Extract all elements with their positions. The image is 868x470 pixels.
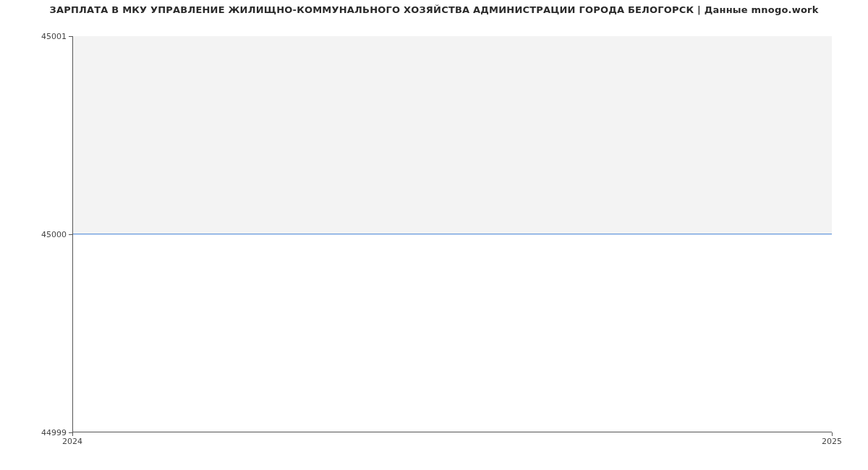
y-tick-mark <box>69 36 72 37</box>
x-tick-label: 2024 <box>62 437 82 446</box>
y-tick-mark <box>69 234 72 235</box>
y-tick-label: 45001 <box>41 32 67 41</box>
chart-container: ЗАРПЛАТА В МКУ УПРАВЛЕНИЕ ЖИЛИЩНО-КОММУН… <box>0 0 868 470</box>
plot-area: 45001 45000 44999 2024 2025 <box>72 36 832 432</box>
x-axis-spine <box>72 432 832 432</box>
series-line-salary <box>72 234 832 234</box>
y-tick-label: 44999 <box>41 428 67 437</box>
chart-title: ЗАРПЛАТА В МКУ УПРАВЛЕНИЕ ЖИЛИЩНО-КОММУН… <box>0 4 868 15</box>
x-tick-label: 2025 <box>822 437 842 446</box>
y-tick-label: 45000 <box>41 230 67 239</box>
y-axis-spine <box>72 36 73 432</box>
x-tick-mark <box>832 432 833 436</box>
plot-background-band <box>72 36 832 234</box>
x-tick-mark <box>72 432 73 436</box>
